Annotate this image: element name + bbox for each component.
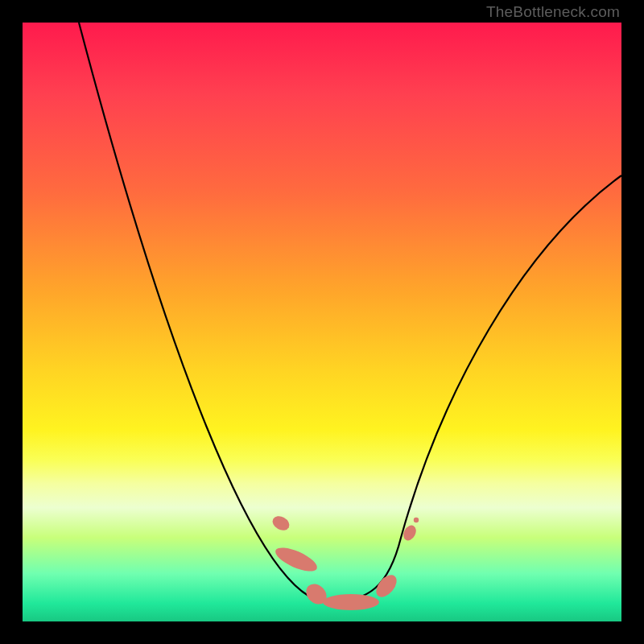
marker-layer bbox=[270, 514, 419, 610]
chart-svg bbox=[23, 23, 621, 621]
series-curve bbox=[79, 23, 621, 602]
watermark-label: TheBottleneck.com bbox=[486, 3, 620, 21]
curve-layer bbox=[79, 23, 621, 602]
chart-area bbox=[23, 23, 621, 621]
marker-bottom-bar bbox=[323, 594, 379, 610]
marker-right-speck bbox=[414, 518, 419, 522]
outer-frame: TheBottleneck.com bbox=[0, 0, 644, 644]
marker-left-cap-top bbox=[270, 514, 292, 533]
marker-left-segment bbox=[272, 543, 320, 576]
